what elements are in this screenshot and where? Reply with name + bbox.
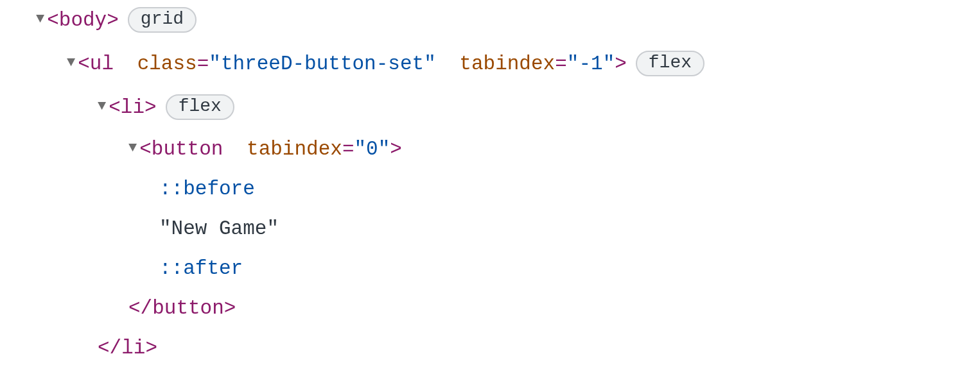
- tag-open: <ul class="threeD-button-set" tabindex="…: [78, 53, 627, 75]
- tag-close: </li>: [98, 337, 157, 359]
- text-node[interactable]: "New Game": [36, 218, 980, 240]
- disclosure-triangle-icon[interactable]: ▼: [98, 99, 106, 114]
- layout-badge-flex[interactable]: flex: [636, 51, 704, 76]
- dom-node-body[interactable]: ▼ <body> grid: [36, 8, 980, 33]
- disclosure-triangle-icon[interactable]: ▼: [128, 140, 137, 156]
- layout-badge-grid[interactable]: grid: [128, 7, 197, 33]
- layout-badge-flex[interactable]: flex: [166, 94, 234, 120]
- tag-open: <button tabindex="0">: [139, 139, 402, 160]
- disclosure-triangle-icon[interactable]: ▼: [67, 55, 75, 71]
- dom-tree: ▼ <body> grid ▼ <ul class="threeD-button…: [0, 0, 980, 360]
- tag-open: <body>: [47, 10, 119, 31]
- pseudo-before[interactable]: ::before: [36, 178, 980, 200]
- dom-node-li-close[interactable]: </li>: [36, 337, 980, 359]
- tag-open: <li>: [109, 97, 156, 119]
- dom-node-ul[interactable]: ▼ <ul class="threeD-button-set" tabindex…: [36, 51, 980, 77]
- dom-node-button[interactable]: ▼ <button tabindex="0">: [36, 139, 980, 160]
- pseudo-after[interactable]: ::after: [36, 258, 980, 280]
- dom-node-li[interactable]: ▼ <li> flex: [36, 95, 980, 121]
- disclosure-triangle-icon[interactable]: ▼: [36, 12, 44, 27]
- dom-node-button-close[interactable]: </button>: [36, 298, 980, 319]
- tag-close: </button>: [128, 298, 236, 319]
